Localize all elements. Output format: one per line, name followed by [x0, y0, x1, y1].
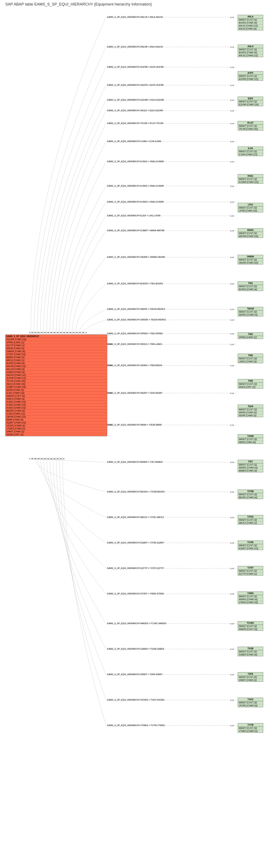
relationship-label: EAMS_S_SP_EQUI_HIERARCHY-BEGRU = T370B-B… — [107, 491, 165, 493]
relationship-label: EAMS_S_SP_EQUI_HIERARCHY-SPRAS = T002-SP… — [107, 332, 163, 335]
ref-field: KUNNR [CHAR (10)] — [238, 181, 263, 184]
ref-entity-header: TVKO — [238, 698, 263, 701]
main-field: WAERS [CUKY (5)] — [5, 395, 107, 398]
ref-entity-header: ONR00 — [238, 255, 263, 258]
main-field: VKORG [CHAR (4)] — [5, 424, 107, 427]
relationship-label: EAMS_S_SP_EQUI_HIERARCHY-VTWEG = TVTW-VT… — [107, 724, 165, 726]
ref-field: VKORG [CHAR (4)] — [238, 704, 263, 707]
main-field: KUND3 [CHAR (10)] — [5, 406, 107, 409]
ref-entity-ANLH: ANLHMANDT [CLNT (3)]BUKRS [CHAR (4)]ANLN… — [238, 44, 263, 57]
ref-field: ILOAN [CHAR (12)] — [238, 153, 263, 156]
main-field: SUBMT [CHAR (18)] — [5, 386, 107, 389]
main-field: SPRAS [LANG (1)] — [5, 341, 107, 344]
cardinality-right: 0..N — [230, 283, 234, 285]
main-field: VTWEG [CHAR (2)] — [5, 427, 107, 430]
cardinality-right: 0..N — [230, 674, 234, 676]
ref-field: MATNR [CHAR (18)] — [238, 235, 263, 238]
main-field: ILOAN [CHAR (12)] — [5, 412, 107, 415]
ref-field: EQART [CHAR (10)] — [238, 547, 263, 550]
ref-entity-header: T357 — [238, 460, 263, 463]
ref-field: MSEHI [UNIT (3)] — [238, 386, 263, 389]
ref-field: BEGRU [CHAR (4)] — [238, 496, 263, 499]
ref-entity-header: T002 — [238, 333, 263, 336]
cardinality-right: 0..N — [230, 542, 234, 544]
main-field: ELIEF [CHAR (10)] — [5, 392, 107, 395]
relationship-label: EAMS_S_SP_EQUI_HIERARCHY-EQART = T370K-E… — [107, 541, 164, 544]
ref-entity-T499S: T499SMANDT [CLNT (3)]WERKS [CHAR (4)]STA… — [238, 591, 263, 604]
cardinality-right: 0..N — [230, 567, 234, 569]
ref-field: WAERS [CUKY (5)] — [238, 628, 263, 630]
ref-entity-header: ANLH — [238, 45, 263, 48]
ref-entity-T001: T001MANDT [CLNT (3)]BUKRS [CHAR (4)] — [238, 281, 263, 291]
relationship-label: EAMS_S_SP_EQUI_HIERARCHY-WAERS = TCURC-W… — [107, 622, 166, 625]
ref-entity-ILOA: ILOAMANDT [CLNT (3)]ILOAN [CHAR (12)] — [238, 147, 263, 156]
ref-field: MANDT [CLNT (3)] — [238, 727, 263, 730]
ref-entity-header: T370K — [238, 541, 263, 544]
relationship-label: EAMS_S_SP_EQUI_HIERARCHY-GEWEI = T006-MS… — [107, 364, 162, 367]
relationship-label: EAMS_S_SP_EQUI_HIERARCHY-DAUFN = AUFK-AU… — [107, 84, 164, 86]
ref-field: MANDT [CLNT (3)] — [238, 595, 263, 598]
ref-entity-TCURC: TCURCMANDT [CLNT (3)]WAERS [CUKY (5)] — [238, 621, 263, 631]
ref-field: LAND1 [CHAR (3)] — [238, 360, 263, 363]
relationship-label: EAMS_S_SP_EQUI_HIERARCHY-HERLD = T005-LA… — [107, 343, 162, 345]
cardinality-right: 0..N — [230, 141, 234, 143]
ref-entity-header: T352B — [238, 435, 263, 438]
relationship-label: EAMS_S_SP_EQUI_HIERARCHY-IWERK = T001W-W… — [107, 308, 165, 310]
ref-entity-header: KNA1 — [238, 174, 263, 178]
main-field: INGRP [CHAR (3)] — [5, 389, 107, 392]
relationship-label: EAMS_S_SP_EQUI_HIERARCHY-SWERK = T001W-W… — [107, 318, 166, 321]
relationship-label: EAMS_S_SP_EQUI_HIERARCHY-ANLNR = ANLH-AN… — [107, 46, 163, 48]
ref-field: MANDT [CLNT (3)] — [238, 408, 263, 411]
ref-entity-header: TCURC — [238, 621, 263, 625]
relationship-label: EAMS_S_SP_EQUI_HIERARCHY-BEBER = T357-BE… — [107, 461, 163, 463]
main-field: GSBER [CHAR (4)] — [5, 371, 107, 374]
ref-field: BUKRS [CHAR (4)] — [238, 22, 263, 24]
main-entity-header: EAMS_S_SP_EQUI_HIERARCHY — [5, 335, 107, 338]
ref-field: MANDT [CLNT (3)] — [238, 383, 263, 386]
relationship-label: EAMS_S_SP_EQUI_HIERARCHY-EQUNR = EQUI-EQ… — [107, 99, 164, 101]
cardinality-left: 0..N — [83, 332, 87, 334]
ref-field: LIFNR [CHAR (10)] — [238, 209, 263, 212]
main-field: RBNR [CHAR (9)] — [5, 418, 107, 421]
relationship-label: EAMS_S_SP_EQUI_HIERARCHY-TPLNR = IFLOT-T… — [107, 122, 163, 124]
ref-field: MANDT [CLNT (3)] — [238, 650, 263, 653]
ref-entity-TVTW: TVTWMANDT [CLNT (3)]VTWEG [CHAR (2)] — [238, 723, 263, 733]
ref-entity-header: T024I — [238, 405, 263, 408]
cardinality-right: 0..N — [230, 17, 234, 19]
cardinality-left: 0..N — [108, 424, 112, 426]
ref-entity-ANLA: ANLAMANDT [CLNT (3)]BUKRS [CHAR (4)]ANLN… — [238, 15, 263, 30]
ref-entity-T001W: T001WMANDT [CLNT (3)]WERKS [CHAR (4)] — [238, 307, 263, 316]
cardinality-right: 0..N — [230, 256, 234, 258]
ref-entity-header: AUFK — [238, 71, 263, 75]
ref-entity-header: T001 — [238, 282, 263, 285]
ref-field: BEBER [CHAR (3)] — [238, 469, 263, 472]
ref-entity-AUFK: AUFKMANDT [CLNT (3)]AUFNR [CHAR (12)] — [238, 71, 263, 81]
ref-field: ANLN1 [CHAR (12)] — [238, 24, 263, 27]
cardinality-right: 0..N — [230, 185, 234, 187]
main-field: GEWEI [UNIT (3)] — [5, 433, 107, 436]
cardinality-right: 0..N — [230, 648, 234, 650]
cardinality-right: 0..N — [230, 461, 234, 463]
ref-field: MANDT [CLNT (3)] — [238, 544, 263, 547]
ref-field: RBNR [CHAR (9)] — [238, 441, 263, 444]
ref-field: ABCKZ [CHAR (1)] — [238, 522, 263, 524]
ref-field: BUKRS [CHAR (4)] — [238, 51, 263, 54]
ref-entity-T370T: T370TMANDT [CLNT (3)]EQTYP [CHAR (1)] — [238, 566, 263, 576]
main-field: BUKRS [CHAR (4)] — [5, 362, 107, 365]
main-field: SWERK [CHAR (4)] — [5, 350, 107, 353]
ref-field: MANDT [CLNT (3)] — [238, 125, 263, 128]
relationship-label: EAMS_S_SP_EQUI_HIERARCHY-ELIEF = LFA1-LI… — [107, 215, 161, 217]
cardinality-left: 0..N — [61, 458, 65, 460]
cardinality-right: 0..N — [230, 99, 234, 101]
main-field: DAUFN [CHAR (12)] — [5, 374, 107, 377]
cardinality-right: 0..N — [230, 424, 234, 426]
main-field: HERLD [CHAR (3)] — [5, 398, 107, 401]
ref-entity-header: IFLOT — [238, 121, 263, 125]
ref-field: TPLNR [CHAR (30)] — [238, 128, 263, 130]
ref-entity-T005: T005MANDT [CLNT (3)]LAND1 [CHAR (3)] — [238, 353, 263, 363]
cardinality-right: 0..N — [230, 308, 234, 310]
main-field: OBJNR [CHAR (22)] — [5, 415, 107, 418]
ref-entity-T370K: T370KMANDT [CLNT (3)]EQART [CHAR (10)] — [238, 540, 263, 550]
ref-entity-T370B: T370BMANDT [CLNT (3)]BEGRU [CHAR (4)] — [238, 490, 263, 499]
main-field: EQTYP [CHAR (1)] — [5, 344, 107, 347]
